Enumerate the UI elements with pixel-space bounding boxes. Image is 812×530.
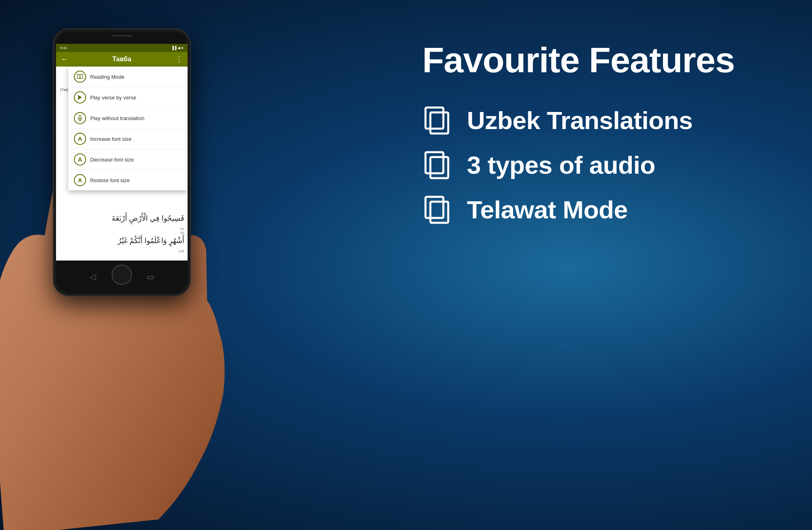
phone-frame: 9:41 ▐▐ ◀ ● ← Тавба ⋮ كِين (Тав) (Бу) Ра… [53, 28, 191, 296]
increase-font-icon: A [74, 133, 86, 145]
nav-back-icon[interactable]: ◁ [90, 272, 96, 282]
feature-telawat-mode: Telawat Mode [422, 194, 788, 226]
menu-item-increase-font[interactable]: A Increase font size [68, 129, 188, 149]
nav-recent-icon[interactable]: ▭ [147, 272, 154, 282]
decrease-font-icon: A [74, 153, 86, 166]
arabic-line2: أَشْهُرٍ وَاعْلَمُوا أَنَّكُمْ غَيْرُ [59, 235, 184, 247]
audio-types-icon [422, 149, 455, 181]
phone-container: 9:41 ▐▐ ◀ ● ← Тавба ⋮ كِين (Тав) (Бу) Ра… [20, 12, 223, 519]
app-title: Тавба [68, 56, 175, 63]
arabic-line1: فَسِيحُوا فِي الْأَرْضِ أَرْبَعَةَ [59, 213, 184, 224]
svg-rect-5 [430, 202, 448, 223]
phone-screen: 9:41 ▐▐ ◀ ● ← Тавба ⋮ كِين (Тав) (Бу) Ра… [56, 44, 188, 261]
status-bar: 9:41 ▐▐ ◀ ● [56, 44, 188, 52]
restore-font-icon: A [74, 174, 86, 186]
verse-num-108: 108 [59, 249, 184, 253]
telawat-mode-icon [422, 194, 455, 226]
main-title: Favourite Features [422, 41, 788, 80]
play-verse-label: Play verse by verse [90, 95, 136, 101]
play-no-translation-label: Play without translation [90, 115, 145, 121]
status-icons: ▐▐ ◀ ● [171, 46, 184, 50]
play-no-translation-icon [74, 112, 86, 124]
decrease-font-label: Decrease font size [90, 157, 134, 163]
feature-audio-types: 3 types of audio [422, 149, 788, 181]
right-panel: Favourite Features Uzbek Translations 3 … [422, 41, 788, 238]
restore-font-label: Restore font size [90, 177, 130, 183]
reading-mode-icon [74, 71, 86, 83]
uzbek-translations-text: Uzbek Translations [467, 106, 693, 135]
reading-mode-label: Reading Mode [90, 74, 125, 80]
svg-rect-1 [430, 112, 448, 134]
svg-rect-4 [425, 197, 443, 218]
back-button[interactable]: ← [61, 55, 68, 64]
svg-rect-3 [430, 157, 448, 178]
menu-item-reading-mode[interactable]: Reading Mode [68, 67, 188, 87]
increase-font-label: Increase font size [90, 136, 132, 142]
svg-rect-0 [425, 108, 443, 129]
bottom-arabic-content: فَسِيحُوا فِي الْأَرْضِ أَرْبَعَةَ 84 96… [56, 209, 188, 256]
status-time: 9:41 [60, 46, 67, 50]
play-verse-icon [74, 91, 86, 103]
home-button[interactable] [112, 265, 132, 285]
svg-marker-6 [78, 95, 82, 100]
more-button[interactable]: ⋮ [175, 55, 183, 64]
dropdown-menu: Reading Mode Play verse by verse [68, 67, 188, 190]
app-header: ← Тавба ⋮ [56, 52, 188, 67]
svg-rect-2 [425, 152, 443, 173]
phone-speaker [112, 35, 132, 37]
uzbek-translations-icon [422, 104, 455, 137]
phone-bottom-bar: ◁ ▭ [56, 261, 188, 293]
menu-item-play-verse[interactable]: Play verse by verse [68, 87, 188, 108]
menu-item-play-no-translation[interactable]: Play without translation [68, 108, 188, 129]
telawat-mode-text: Telawat Mode [467, 195, 628, 224]
verse-num-84: 84 [59, 227, 184, 231]
feature-uzbek-translations: Uzbek Translations [422, 104, 788, 137]
audio-types-text: 3 types of audio [467, 151, 655, 179]
menu-item-decrease-font[interactable]: A Decrease font size [68, 149, 188, 170]
phone-inner: 9:41 ▐▐ ◀ ● ← Тавба ⋮ كِين (Тав) (Бу) Ра… [56, 32, 188, 293]
verse-num-96: 96 [59, 231, 184, 235]
menu-item-restore-font[interactable]: A Restore font size [68, 170, 188, 190]
